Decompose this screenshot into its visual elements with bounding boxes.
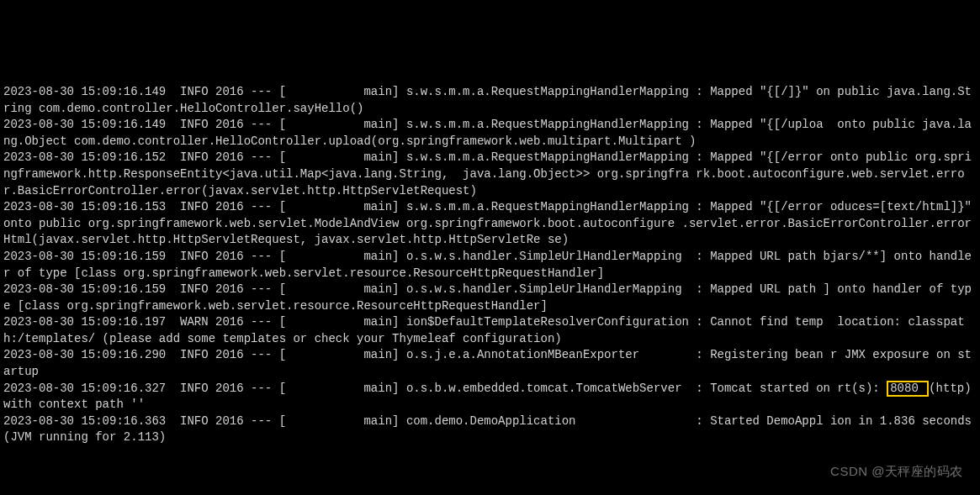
log-line: 2023-08-30 15:09:16.290 INFO 2016 --- [ … — [3, 348, 972, 378]
log-line: 2023-08-30 15:09:16.327 INFO 2016 --- [ … — [3, 382, 978, 412]
log-line: 2023-08-30 15:09:16.153 INFO 2016 --- [ … — [3, 200, 978, 246]
log-line: 2023-08-30 15:09:16.149 INFO 2016 --- [ … — [3, 118, 972, 148]
log-line: 2023-08-30 15:09:16.149 INFO 2016 --- [ … — [3, 85, 972, 115]
port-highlight: 8080 — [887, 381, 929, 397]
watermark: CSDN @天秤座的码农 — [830, 462, 963, 480]
log-line: 2023-08-30 15:09:16.152 INFO 2016 --- [ … — [3, 150, 972, 197]
terminal-output: 2023-08-30 15:09:16.149 INFO 2016 --- [ … — [0, 66, 980, 448]
log-line: 2023-08-30 15:09:16.159 INFO 2016 --- [ … — [3, 282, 972, 313]
log-line: 2023-08-30 15:09:16.363 INFO 2016 --- [ … — [3, 414, 978, 445]
log-prefix: 2023-08-30 15:09:16.327 INFO 2016 --- [ … — [3, 382, 887, 395]
log-line: 2023-08-30 15:09:16.197 WARN 2016 --- [ … — [3, 315, 965, 345]
log-line: 2023-08-30 15:09:16.159 INFO 2016 --- [ … — [3, 250, 972, 280]
